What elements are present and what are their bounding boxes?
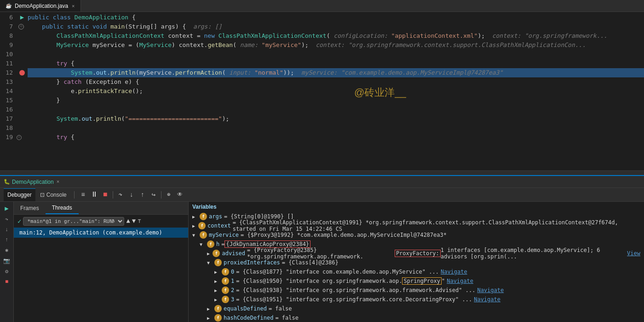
- var-proxied-0[interactable]: ▶ f 0 = {Class@1877} "interface com.exam…: [189, 267, 644, 276]
- console-tab-btn[interactable]: ⊡Console: [36, 188, 70, 201]
- var-1-navigate[interactable]: Navigate: [447, 278, 473, 284]
- code-line-13: } catch (Exception e) {: [28, 77, 644, 87]
- advised-view-link[interactable]: View: [627, 250, 640, 257]
- variables-panel: Variables ▶ f args = {String[0]@1990} []…: [189, 202, 644, 322]
- code-line-6: public class DemoApplication {: [28, 13, 644, 22]
- frames-panel: Frames Threads ✓ *main*@1 in gr..."main"…: [14, 202, 189, 322]
- debug-toolbar: Debugger ⊡Console ≡ ⏸ ■ ↷ ↓ ↑ ↪ ⊕ 👁: [0, 188, 644, 202]
- step-into-side-icon[interactable]: ↓: [5, 227, 8, 233]
- pause-btn[interactable]: ⏸: [89, 190, 99, 200]
- play-icon[interactable]: ▶: [5, 205, 8, 212]
- code-line-10: [28, 50, 644, 59]
- code-line-14: e.printStackTrace();: [28, 87, 644, 96]
- panel-tabs: Frames Threads: [14, 202, 188, 215]
- thread-up-btn[interactable]: ▲: [126, 217, 130, 225]
- debug-content: ▶ ↷ ↓ ↑ ✱ 📷 ⚙ ■ Frames Threads ✓ *main*@…: [0, 202, 644, 322]
- debug-tab-bar: 🐛 DemoApplication ×: [0, 176, 644, 188]
- gear-side-icon[interactable]: ⚙: [5, 268, 8, 275]
- thread-filter-btn[interactable]: ⊤: [138, 218, 141, 225]
- breakpoint-icon: [19, 70, 25, 76]
- step-out-side-icon[interactable]: ↑: [5, 237, 8, 243]
- frame-item[interactable]: main:12, DemoApplication (com.example.de…: [14, 228, 188, 238]
- step-over-side-icon[interactable]: ↷: [5, 216, 8, 223]
- code-line-15: }: [28, 96, 644, 105]
- step-out-btn[interactable]: ↑: [138, 190, 148, 200]
- code-line-9: MyService myService = (MyService) contex…: [28, 41, 644, 50]
- gutter: ▶ ○ ○: [17, 12, 28, 170]
- tab-close-icon[interactable]: ×: [72, 3, 75, 9]
- threads-tab[interactable]: Threads: [46, 202, 79, 214]
- thread-row: ✓ *main*@1 in gr..."main": RUNNING ▲ ▼ ⊤: [14, 215, 188, 228]
- code-line-8: ClassPathXmlApplicationContext context =…: [28, 31, 644, 41]
- stop-side-icon[interactable]: ■: [5, 279, 8, 285]
- watch-btn[interactable]: 👁: [175, 190, 185, 200]
- var-hashcode-defined[interactable]: ▶ f hashCodeDefined = false: [189, 313, 644, 322]
- code-line-7: public static void main(String[] args) {…: [28, 22, 644, 31]
- debug-app-label: DemoApplication: [12, 179, 54, 185]
- run-to-cursor-btn[interactable]: ↪: [149, 190, 159, 200]
- var-0-navigate[interactable]: Navigate: [441, 269, 467, 275]
- debugger-tab-btn[interactable]: Debugger: [4, 188, 35, 201]
- thread-selector[interactable]: *main*@1 in gr..."main": RUNNING: [23, 217, 124, 226]
- thread-check-icon: ✓: [17, 217, 21, 225]
- thread-down-btn[interactable]: ▼: [132, 217, 136, 225]
- debug-panel: 🐛 DemoApplication × Debugger ⊡Console ≡ …: [0, 175, 644, 322]
- line-numbers: 678910 1112131415 16171819: [0, 12, 17, 170]
- step-over-btn[interactable]: ↷: [115, 190, 126, 200]
- console-icon: ⊡: [40, 192, 45, 198]
- camera-side-icon[interactable]: 📷: [3, 258, 10, 264]
- debug-left-sidebar: ▶ ↷ ↓ ↑ ✱ 📷 ⚙ ■: [0, 202, 14, 322]
- var-proxied-1[interactable]: ▶ f 1 = {Class@1950} "interface org.spri…: [189, 276, 644, 286]
- variables-header: Variables: [189, 202, 644, 212]
- var-3-navigate[interactable]: Navigate: [474, 296, 500, 303]
- stop-btn[interactable]: ■: [100, 190, 110, 200]
- debug-tab-close-icon[interactable]: ×: [57, 179, 60, 185]
- code-line-17: System.out.println("====================…: [28, 114, 644, 123]
- code-line-19: try {: [28, 133, 644, 142]
- code-line-12: System.out.println(myService.performActi…: [28, 68, 644, 77]
- tab-filename: DemoApplication.java: [15, 3, 68, 9]
- editor-tab-bar: ☕ DemoApplication.java ×: [0, 0, 644, 12]
- var-advised[interactable]: ▶ f advised = {ProxyFactory@2385} *org.s…: [189, 249, 644, 258]
- settings-side-icon[interactable]: ✱: [5, 247, 8, 254]
- editor-area: 678910 1112131415 16171819 ▶ ○ ○ public …: [0, 12, 644, 170]
- run-arrow-icon: ▶: [20, 13, 24, 22]
- step-icon: ○: [18, 24, 24, 29]
- var-proxied-2[interactable]: ▶ f 2 = {Class@1938} "interface org.spri…: [189, 286, 644, 295]
- horizontal-scrollbar[interactable]: [0, 170, 644, 175]
- var-equals-defined[interactable]: ▶ f equalsDefined = false: [189, 304, 644, 313]
- var-context[interactable]: ▶ f context = {ClassPathXmlApplicationCo…: [189, 221, 644, 230]
- var-2-navigate[interactable]: Navigate: [477, 287, 504, 293]
- resume-btn[interactable]: ≡: [78, 190, 88, 200]
- step-into-btn[interactable]: ↓: [126, 190, 137, 200]
- code-line-11: try {: [28, 59, 644, 68]
- code-line-18: [28, 123, 644, 133]
- code-line-16: [28, 105, 644, 114]
- code-content: public class DemoApplication { public st…: [28, 12, 644, 170]
- editor-tab-demoapplication[interactable]: ☕ DemoApplication.java ×: [0, 0, 81, 12]
- evaluate-btn[interactable]: ⊕: [164, 190, 174, 200]
- var-proxied-3[interactable]: ▶ f 3 = {Class@1951} "interface org.spri…: [189, 295, 644, 304]
- debug-app-icon: 🐛: [4, 179, 10, 185]
- frames-tab[interactable]: Frames: [14, 202, 46, 214]
- java-file-icon: ☕: [6, 3, 12, 9]
